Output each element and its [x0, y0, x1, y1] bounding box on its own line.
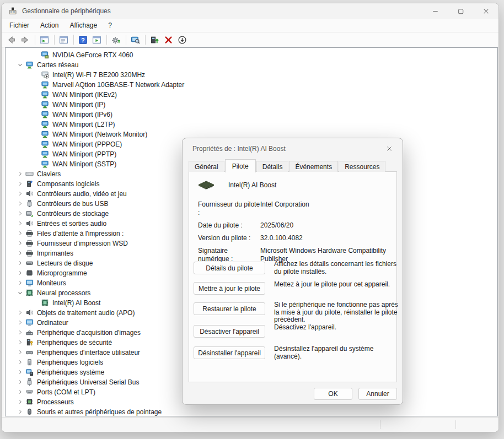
chevron[interactable] — [15, 387, 24, 396]
tree-item[interactable]: Cartes réseau — [6, 59, 497, 69]
chevron[interactable] — [15, 60, 24, 69]
chevron[interactable] — [15, 219, 24, 227]
tab-pilote[interactable]: Pilote — [225, 159, 256, 172]
tree-item[interactable]: WAN Miniport (L2TP) — [6, 119, 497, 129]
maximize-button[interactable] — [448, 3, 473, 19]
tree-item-label: Cartes réseau — [37, 61, 78, 69]
chev-right-icon — [17, 220, 23, 226]
chevron[interactable] — [15, 248, 24, 257]
scan-computer-button[interactable] — [128, 34, 142, 46]
chevron[interactable] — [31, 80, 40, 89]
export-list-button[interactable] — [90, 34, 104, 46]
chevron[interactable] — [31, 90, 40, 99]
cancel-button[interactable]: Annuler — [358, 388, 397, 400]
forward-button[interactable] — [18, 34, 32, 46]
chevron[interactable] — [31, 159, 40, 168]
console-tree-button[interactable] — [37, 34, 51, 46]
tree-item-label: Contrôleurs de bus USB — [37, 199, 108, 208]
uninstall-device-button[interactable] — [162, 34, 175, 46]
chevron[interactable] — [15, 407, 24, 416]
update-driver-button[interactable] — [148, 34, 162, 46]
tab-evenements[interactable]: Événements — [289, 161, 338, 172]
help-button[interactable] — [76, 34, 90, 46]
properties-button[interactable] — [57, 34, 71, 46]
chevron[interactable] — [31, 100, 40, 109]
chevron[interactable] — [15, 308, 24, 317]
network-disabled-icon — [41, 71, 49, 79]
back-button[interactable] — [4, 34, 18, 46]
chevron[interactable] — [15, 189, 24, 198]
toolbar-separator[interactable] — [142, 34, 148, 46]
chev-right-icon — [17, 329, 23, 335]
close-button[interactable] — [473, 3, 498, 19]
tree-item[interactable]: Intel(R) Wi-Fi 7 BE200 320MHz — [6, 69, 497, 79]
chevron[interactable] — [15, 348, 24, 356]
chevron[interactable] — [31, 50, 40, 59]
tab-general[interactable]: Général — [189, 161, 224, 172]
chevron[interactable] — [31, 120, 40, 128]
chevron[interactable] — [15, 169, 24, 178]
nav-forward-icon — [20, 35, 30, 45]
chev-right-icon — [17, 240, 23, 246]
uninstall-icon — [164, 35, 173, 45]
chevron[interactable] — [15, 229, 24, 237]
tree-item[interactable]: Souris et autres périphériques de pointa… — [6, 407, 497, 416]
menu-fichier[interactable]: Fichier — [4, 19, 35, 32]
tree-item[interactable]: WAN Miniport (IPv6) — [6, 109, 497, 119]
tree-item-label: Neural processors — [37, 289, 90, 297]
toolbar-separator[interactable] — [104, 34, 109, 46]
chevron[interactable] — [15, 268, 24, 277]
action-button[interactable]: Détails du pilote — [194, 262, 265, 274]
action-button[interactable]: Désactiver l'appareil — [194, 325, 265, 338]
chevron[interactable] — [15, 179, 24, 188]
software-component-icon — [25, 180, 34, 188]
chevron[interactable] — [15, 338, 24, 346]
toolbar-separator[interactable] — [51, 34, 57, 46]
disable-device-button[interactable] — [175, 34, 189, 46]
toolbar-separator[interactable] — [123, 34, 128, 46]
chevron[interactable] — [15, 328, 24, 337]
action-button[interactable]: Mettre à jour le pilote — [194, 282, 265, 295]
toolbar-separator[interactable] — [32, 34, 37, 46]
chevron[interactable] — [31, 110, 40, 118]
ok-button[interactable]: OK — [314, 388, 352, 400]
dialog-close-button[interactable] — [382, 142, 397, 156]
hid-icon — [25, 348, 34, 356]
tab-ressources[interactable]: Ressources — [339, 161, 385, 172]
chevron[interactable] — [15, 318, 24, 327]
tab-details[interactable]: Détails — [256, 161, 289, 172]
action-button[interactable]: Désinstaller l'appareil — [194, 346, 265, 359]
chev-right-icon — [17, 310, 23, 316]
chevron[interactable] — [15, 209, 24, 218]
chevron[interactable] — [15, 288, 24, 297]
tree-item[interactable]: NVIDIA GeForce RTX 4060 — [6, 50, 497, 59]
chevron[interactable] — [15, 367, 24, 376]
tree-item-label: Contrôleurs audio, vidéo et jeu — [37, 189, 127, 198]
keyboard-icon — [25, 170, 34, 178]
tree-item-label: Processeurs — [37, 398, 74, 406]
menu-affichage[interactable]: Affichage — [64, 19, 103, 32]
toolbar-separator[interactable] — [71, 34, 76, 46]
chevron[interactable] — [31, 129, 40, 138]
chevron[interactable] — [31, 149, 40, 158]
tree-item-label: Objets de traitement audio (APO) — [37, 308, 135, 317]
network-icon — [41, 90, 49, 99]
chevron[interactable] — [15, 278, 24, 287]
chevron[interactable] — [15, 377, 24, 386]
scan-hardware-button[interactable] — [109, 34, 123, 46]
chevron[interactable] — [15, 397, 24, 406]
chevron[interactable] — [15, 239, 24, 247]
chevron[interactable] — [31, 139, 40, 148]
chevron[interactable] — [15, 357, 24, 366]
chevron[interactable] — [15, 258, 24, 267]
action-button[interactable]: Restaurer le pilote — [194, 302, 265, 315]
chevron[interactable] — [15, 199, 24, 208]
tree-item[interactable]: Marvell AQtion 10GBASE-T Network Adapter — [6, 79, 497, 89]
chevron[interactable] — [31, 298, 40, 307]
minimize-button[interactable] — [422, 3, 448, 19]
tree-item[interactable]: WAN Miniport (IP) — [6, 99, 497, 109]
menu-aide[interactable]: ? — [103, 19, 117, 32]
menu-action[interactable]: Action — [35, 19, 64, 32]
tree-item[interactable]: WAN Miniport (IKEv2) — [6, 89, 497, 99]
chevron[interactable] — [31, 70, 40, 79]
